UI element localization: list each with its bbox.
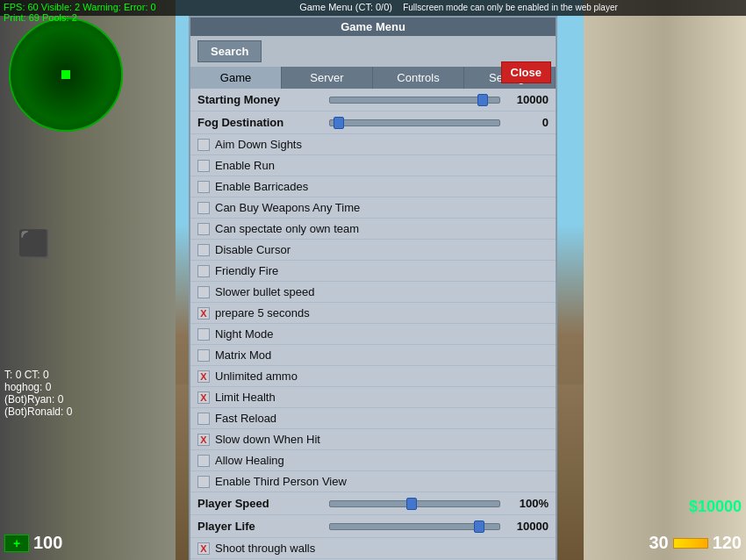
- player-speed-label: Player Speed: [197, 497, 325, 510]
- disable-cursor-row: Disable Cursor: [190, 240, 556, 261]
- enable-run-checkbox[interactable]: [197, 160, 210, 172]
- limit-health-label: Limit Health: [215, 391, 276, 404]
- third-person-row: Enable Third Person View: [190, 471, 556, 492]
- health-value: 100: [33, 533, 62, 553]
- ammo-main: 30: [649, 533, 668, 553]
- settings-area[interactable]: Starting Money 10000 Fog Destination 0 A…: [190, 89, 556, 560]
- player2-score: (Bot)Ryan: 0: [4, 393, 72, 406]
- hud-bottom-left: + 100: [0, 490, 176, 560]
- starting-money-label: Starting Money: [197, 93, 325, 106]
- money-display: $10000: [689, 498, 742, 516]
- player-life-slider[interactable]: [329, 523, 500, 530]
- player-speed-row: Player Speed 100%: [190, 492, 556, 515]
- left-player-figure: ⬛: [18, 228, 50, 259]
- player-speed-thumb[interactable]: [406, 498, 417, 510]
- matrix-mod-checkbox[interactable]: [197, 349, 210, 362]
- enable-barricades-row: Enable Barricades: [190, 176, 556, 197]
- enable-barricades-label: Enable Barricades: [215, 180, 308, 193]
- can-buy-weapons-checkbox[interactable]: [197, 202, 210, 214]
- player-life-value: 10000: [505, 520, 549, 533]
- player-life-thumb[interactable]: [474, 521, 484, 533]
- player-life-row: Player Life 10000: [190, 515, 556, 538]
- player1-score: hoghog: 0: [4, 381, 72, 393]
- third-person-label: Enable Third Person View: [215, 475, 347, 488]
- aim-down-sights-label: Aim Down Sights: [215, 138, 302, 151]
- unlimited-ammo-row: X Unlimited ammo: [190, 366, 556, 387]
- player-life-label: Player Life: [197, 520, 325, 533]
- menu-title-bar: Game Menu: [190, 18, 556, 36]
- fog-destination-thumb[interactable]: [334, 117, 344, 129]
- shoot-walls-label: Shoot through walls: [215, 542, 315, 555]
- fog-destination-row: Fog Destination 0: [190, 111, 556, 134]
- left-wall: [0, 0, 176, 560]
- allow-healing-label: Allow Healing: [215, 454, 284, 467]
- third-person-checkbox[interactable]: [197, 476, 210, 488]
- ammo-strip: [673, 538, 708, 549]
- allow-healing-checkbox[interactable]: [197, 455, 210, 467]
- limit-health-row: X Limit Health: [190, 387, 556, 408]
- matrix-mod-label: Matrix Mod: [215, 348, 271, 362]
- friendly-fire-label: Friendly Fire: [215, 264, 278, 277]
- close-button[interactable]: Close: [501, 61, 551, 83]
- slow-down-label: Slow down When Hit: [215, 433, 320, 446]
- can-spectate-label: Can spectate only own team: [215, 222, 359, 235]
- can-buy-weapons-label: Can Buy Weapons Any Time: [215, 201, 360, 214]
- enable-run-label: Enable Run: [215, 159, 275, 172]
- starting-money-row: Starting Money 10000: [190, 89, 556, 111]
- starting-money-thumb[interactable]: [477, 94, 488, 106]
- night-mode-checkbox[interactable]: [197, 328, 210, 341]
- matrix-mod-row: Matrix Mod: [190, 345, 556, 366]
- night-mode-label: Night Mode: [215, 327, 273, 341]
- radar-blip: [61, 70, 70, 79]
- aim-down-sights-checkbox[interactable]: [197, 139, 210, 151]
- can-spectate-row: Can spectate only own team: [190, 219, 556, 240]
- player3-score: (Bot)Ronald: 0: [4, 406, 72, 418]
- starting-money-value: 10000: [505, 93, 549, 106]
- search-button[interactable]: Search: [197, 40, 262, 62]
- disable-cursor-label: Disable Cursor: [215, 243, 291, 256]
- friendly-fire-checkbox[interactable]: [197, 265, 210, 277]
- disable-cursor-checkbox[interactable]: [197, 244, 210, 256]
- slow-down-checkbox[interactable]: X: [197, 434, 210, 446]
- aim-down-sights-row: Aim Down Sights: [190, 134, 556, 155]
- shoot-walls-checkbox[interactable]: X: [197, 542, 210, 555]
- enable-barricades-checkbox[interactable]: [197, 181, 210, 193]
- prepare-5sec-label: prepare 5 seconds: [215, 306, 310, 319]
- fast-reload-checkbox[interactable]: [197, 413, 210, 425]
- unlimited-ammo-checkbox[interactable]: X: [197, 370, 210, 383]
- menu-title: Game Menu: [341, 20, 405, 33]
- enable-run-row: Enable Run: [190, 155, 556, 176]
- starting-money-slider[interactable]: [329, 97, 500, 104]
- ammo-display: 30 120: [649, 533, 742, 553]
- game-menu: Game Menu Search Close Game Server Contr…: [189, 16, 557, 560]
- can-spectate-checkbox[interactable]: [197, 223, 210, 235]
- hud-bottom-right: $10000 30 120: [584, 490, 746, 560]
- unlimited-ammo-label: Unlimited ammo: [215, 370, 298, 383]
- score-display: T: 0 CT: 0 hoghog: 0 (Bot)Ryan: 0 (Bot)R…: [4, 369, 72, 418]
- fog-destination-slider[interactable]: [329, 119, 500, 126]
- tab-game[interactable]: Game: [190, 67, 282, 89]
- right-wall: [584, 0, 746, 560]
- prepare-5sec-checkbox[interactable]: X: [197, 307, 210, 319]
- tab-controls[interactable]: Controls: [373, 67, 464, 89]
- fps-display: FPS: 60 Visible: 2 Warning: Error: 0 Pri…: [0, 0, 171, 16]
- prepare-5sec-row: X prepare 5 seconds: [190, 303, 556, 324]
- player-speed-value: 100%: [505, 497, 549, 510]
- slower-bullet-label: Slower bullet speed: [215, 285, 314, 298]
- night-mode-row: Night Mode: [190, 324, 556, 345]
- shoot-walls-row: X Shoot through walls: [190, 538, 556, 559]
- fast-reload-row: Fast Reload: [190, 408, 556, 429]
- player-speed-slider[interactable]: [329, 500, 500, 507]
- fog-destination-label: Fog Destination: [197, 116, 325, 129]
- slow-down-row: X Slow down When Hit: [190, 429, 556, 450]
- health-icon: +: [4, 535, 29, 552]
- health-bar: + 100: [4, 533, 62, 553]
- top-info-bar: Game Menu (CT: 0/0) Fullscreen mode can …: [171, 0, 746, 16]
- slower-bullet-checkbox[interactable]: [197, 286, 210, 298]
- tab-server[interactable]: Server: [282, 67, 373, 89]
- friendly-fire-row: Friendly Fire: [190, 261, 556, 282]
- fog-destination-value: 0: [505, 116, 549, 129]
- can-buy-weapons-row: Can Buy Weapons Any Time: [190, 197, 556, 219]
- limit-health-checkbox[interactable]: X: [197, 391, 210, 404]
- slower-bullet-row: Slower bullet speed: [190, 282, 556, 303]
